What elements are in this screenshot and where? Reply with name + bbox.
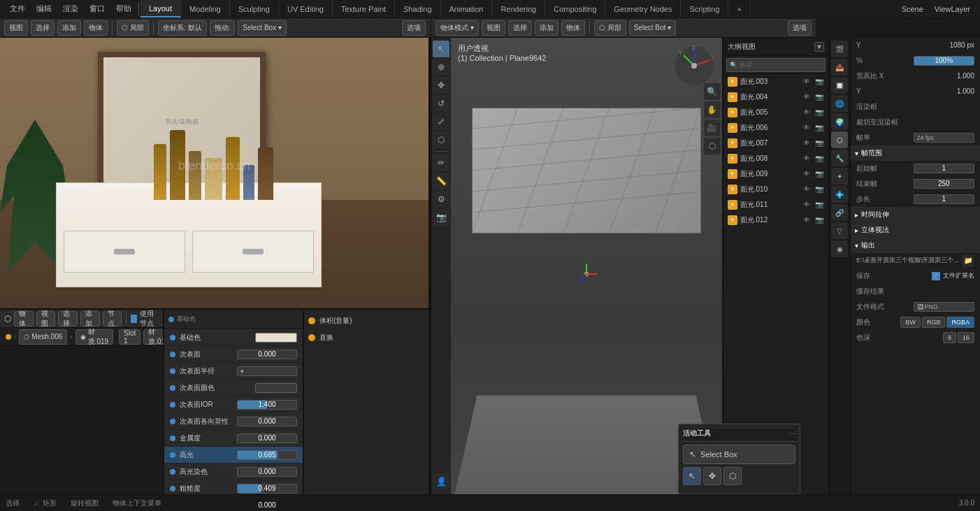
ne-node-btn[interactable]: 节点 (103, 311, 122, 326)
anisofilt-bar[interactable]: 0.000 (237, 501, 297, 510)
status-select[interactable]: 选择 (6, 498, 20, 508)
menu-edit[interactable]: 编辑 (31, 0, 57, 17)
out-item-012[interactable]: ☀ 面光.012 👁 📷 (723, 213, 828, 228)
out-eye-003[interactable]: 👁 (802, 78, 812, 85)
menu-window[interactable]: 窗口 (84, 0, 110, 17)
color-rgb-btn[interactable]: RGB (922, 317, 946, 328)
select-menu-btn[interactable]: 选择 (31, 20, 55, 36)
out-eye-010[interactable]: 👁 (802, 185, 812, 193)
render-preview-area[interactable]: 书法/装饰画 (0, 38, 428, 308)
person-tool-btn[interactable]: 👤 (433, 473, 449, 490)
out-cam-007[interactable]: 📷 (814, 139, 824, 147)
stereo-title[interactable]: ▸ 立体视法 (851, 222, 980, 238)
addon-tool-btn[interactable]: ⚙ (433, 191, 449, 208)
out-item-003[interactable]: ☀ 面光.003 👁 📷 (723, 74, 828, 89)
metallic-bar[interactable]: 0.000 (237, 433, 297, 443)
out-item-007[interactable]: ☀ 面光.007 👁 📷 (723, 136, 828, 151)
out-item-008[interactable]: ☀ 面光.008 👁 📷 (723, 151, 828, 166)
rv-add-btn[interactable]: 添加 (535, 20, 559, 36)
subanis-bar[interactable]: 0.000 (237, 417, 297, 426)
vp-persp-btn[interactable]: ⬡ (704, 138, 721, 154)
out-item-011[interactable]: ☀ 面光.011 👁 📷 (723, 197, 828, 213)
select-tool-btn[interactable]: ↖ (433, 41, 449, 57)
ne-object-btn[interactable]: 物体 (14, 311, 34, 326)
out-eye-012[interactable]: 👁 (802, 216, 812, 224)
out-eye-005[interactable]: 👁 (802, 108, 812, 116)
tool-icon-1[interactable]: ↖ (683, 467, 701, 485)
outliner-filter-btn[interactable]: ▼ (814, 42, 824, 52)
ne-add-btn[interactable]: 添加 (80, 311, 100, 326)
tab-scripting[interactable]: Scripting (681, 0, 728, 17)
prop-row-crop[interactable]: 裁切至渲染框 (851, 115, 980, 130)
scale-tool-btn[interactable]: ⤢ (433, 113, 449, 130)
rv-view-btn[interactable]: 视图 (482, 20, 505, 36)
out-eye-004[interactable]: 👁 (802, 93, 812, 101)
select-box-tool[interactable]: ↖ Select Box (683, 445, 795, 464)
coord-system-btn[interactable]: 坐标系: 默认 (158, 20, 207, 36)
bc-mat-slot[interactable]: 材质.019 (143, 329, 163, 345)
time-stretch-title[interactable]: ▸ 时间拉伸 (851, 207, 980, 222)
out-cam-003[interactable]: 📷 (814, 78, 824, 85)
rotate-tool-btn[interactable]: ↺ (433, 95, 449, 112)
out-cam-010[interactable]: 📷 (814, 185, 824, 193)
scene-name[interactable]: Scene (896, 0, 929, 17)
subsurface-bar[interactable]: 0.000 (237, 350, 297, 359)
status-menu[interactable]: 物体上下文菜单 (113, 498, 161, 508)
out-cam-005[interactable]: 📷 (814, 108, 824, 116)
save-checkbox[interactable]: ✓ (932, 272, 940, 280)
subsurface-color-swatch[interactable] (255, 383, 297, 393)
ne-select-btn[interactable]: 选择 (58, 311, 78, 326)
tab-compositing[interactable]: Compositing (545, 0, 605, 17)
option-btn-left[interactable]: 选项 (402, 20, 426, 36)
fileformat-dropdown[interactable]: 🖼 PNG (914, 302, 975, 312)
out-eye-006[interactable]: 👁 (802, 124, 812, 131)
tab-texture-paint[interactable]: Texture Paint (333, 0, 395, 17)
prop-icon-material[interactable]: ◉ (831, 240, 848, 257)
subior-bar[interactable]: 1.400 (237, 400, 297, 410)
cursor-tool-btn[interactable]: ⊕ (433, 59, 449, 75)
prop-icon-render[interactable]: 🎬 (831, 41, 848, 57)
out-item-004[interactable]: ☀ 面光.004 👁 📷 (723, 89, 828, 105)
endframe-bar[interactable]: 250 (914, 179, 975, 189)
out-eye-007[interactable]: 👁 (802, 139, 812, 147)
percent-bar[interactable]: 100% (914, 56, 975, 66)
prop-icon-view[interactable]: 🔲 (831, 77, 848, 94)
out-item-009[interactable]: ☀ 面光.009 👁 📷 (723, 166, 828, 182)
status-rect[interactable]: ↙ 矩形 (34, 498, 57, 508)
tab-uv-editing[interactable]: UV Editing (279, 0, 333, 17)
output-folder-btn[interactable]: 📁 (962, 254, 974, 267)
tab-layout[interactable]: Layout (140, 0, 181, 17)
outliner-search-box[interactable]: 🔍 搜索 (726, 58, 826, 72)
menu-file[interactable]: 文件 (4, 0, 31, 17)
out-eye-011[interactable]: 👁 (802, 201, 812, 208)
view-menu-btn[interactable]: 视图 (4, 20, 28, 36)
measure-tool-btn[interactable]: 📏 (433, 173, 449, 189)
tab-add[interactable]: + (728, 0, 750, 17)
vp-cam-btn[interactable]: 🎥 (704, 120, 721, 136)
vp-zoom-btn[interactable]: 🔍 (704, 83, 721, 100)
startframe-bar[interactable]: 1 (914, 164, 975, 173)
rv-object-btn[interactable]: 物体 (561, 20, 585, 36)
base-color-swatch[interactable] (255, 333, 297, 343)
tab-shading[interactable]: Shading (395, 0, 440, 17)
color-rgba-btn[interactable]: RGBA (946, 317, 974, 328)
move-tool-btn[interactable]: ✥ (433, 77, 449, 94)
roughness-bar[interactable]: 0.409 (237, 484, 297, 494)
out-cam-012[interactable]: 📷 (814, 216, 824, 224)
depth-8-btn[interactable]: 8 (943, 332, 956, 343)
prop-row-cache[interactable]: 缓存结果 (851, 284, 980, 299)
output-title[interactable]: ▾ 输出 (851, 238, 980, 253)
out-item-010[interactable]: ☀ 面光.010 👁 📷 (723, 182, 828, 197)
out-cam-008[interactable]: 📷 (814, 154, 824, 162)
bc-mesh-btn[interactable]: ⬡ Mesh.006 (19, 329, 67, 345)
menu-render[interactable]: 渲染 (57, 0, 84, 17)
ne-view-btn[interactable]: 视图 (36, 311, 56, 326)
frame-range-title[interactable]: ▾ 帧范围 (851, 145, 980, 161)
depth-16-btn[interactable]: 16 (958, 332, 974, 343)
tab-sculpting[interactable]: Sculpting (230, 0, 279, 17)
vp-hand-btn[interactable]: ✋ (704, 101, 721, 118)
status-rotate[interactable]: 旋转视图 (71, 498, 99, 508)
tool-icon-3[interactable]: ⬡ (723, 467, 742, 485)
color-bw-btn[interactable]: BW (900, 317, 921, 328)
rv-local-btn[interactable]: ⬡ 局部 (594, 20, 626, 36)
